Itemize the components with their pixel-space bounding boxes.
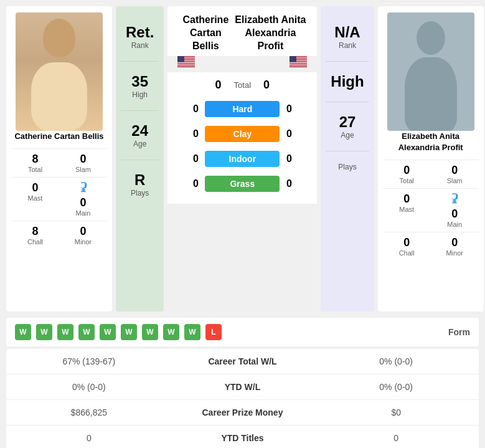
svg-rect-13 [177,65,195,65]
svg-rect-28 [290,65,307,65]
left-player-stats: 8 Total 0 Slam 0 Mast 0 Main 8 [11,148,107,249]
clay-left-score: 0 [186,128,205,140]
left-minor-number: 0 [62,225,105,238]
surface-row-hard: 0 Hard 0 [174,98,311,120]
svg-rect-14 [177,66,195,67]
form-w1: W [15,324,31,340]
prize-money-center: Career Prize Money [172,400,314,426]
indoor-badge: Indoor [205,151,280,167]
left-chall-cell: 8 Chall [11,221,59,249]
form-l1: L [205,324,222,340]
right-age-block: 27 Age [326,102,369,151]
clay-badge: Clay [205,126,280,142]
left-slam-label: Slam [62,166,105,173]
form-w8: W [163,324,179,340]
career-wl-center: Career Total W/L [172,349,314,374]
left-main-label: Main [62,209,105,217]
right-rank-text: N/A [331,24,364,41]
middle-stats-card: Ret. Rank 35 High 24 Age R Plays [116,6,164,312]
form-w9: W [184,324,200,340]
right-total-number: 0 [385,164,428,177]
svg-rect-16 [177,56,184,62]
flag-row [167,56,317,72]
right-chall-number: 0 [385,236,428,249]
top-header: Catherine Cartan Bellis Elizabeth Anita … [167,6,317,56]
plays-letter: R [126,171,154,189]
players-section: Catherine Cartan Bellis 8 Total 0 Slam 0… [6,6,479,312]
svg-rect-25 [290,62,307,63]
hard-badge: Hard [205,101,280,117]
right-player-name: Elizabeth Anita Alexandria Profit [383,131,479,153]
right-trophy-icon [449,193,460,204]
right-player-heading: Elizabeth Anita Alexandria Profit [233,14,307,52]
form-w4: W [78,324,95,340]
right-slam-number: 0 [433,164,476,177]
age-block: 24 Age [121,111,159,160]
high-block: 35 High [121,62,159,111]
main-container: Catherine Cartan Bellis 8 Total 0 Slam 0… [0,0,485,448]
surface-row-indoor: 0 Indoor 0 [174,148,311,170]
right-rank-block: N/A Rank [326,12,369,62]
age-number: 24 [126,122,154,140]
left-slam-number: 0 [62,153,105,166]
stats-table: 67% (139-67) Career Total W/L 0% (0-0) 0… [6,349,479,448]
surface-row-grass: 0 Grass 0 [174,173,311,195]
right-total-cell: 0 Total [383,160,431,188]
plays-label: Plays [126,189,154,198]
svg-rect-26 [290,63,307,64]
svg-rect-0 [82,190,85,191]
right-high-block: High [326,62,369,102]
right-age-label: Age [331,131,364,140]
right-slam-cell: 0 Slam [431,160,479,188]
ytd-titles-center: YTD Titles [172,426,314,449]
form-w6: W [121,324,137,340]
svg-rect-11 [177,63,195,64]
center-wrapper: Catherine Cartan Bellis Elizabeth Anita … [167,6,317,312]
left-slam-cell: 0 Slam [59,148,107,177]
left-total-label: Total [14,166,57,173]
total-row: 0 Total 0 [174,75,311,98]
left-minor-label: Minor [62,238,105,245]
svg-rect-33 [452,203,457,204]
high-label: High [126,90,154,99]
svg-rect-15 [177,67,195,67]
right-player-card: Elizabeth Anita Alexandria Profit 0 Tota… [378,6,484,312]
left-mast-trophy-cell: 0 Main [59,177,107,221]
clay-right-score: 0 [280,128,298,140]
ytd-titles-left: 0 [6,426,172,449]
surface-row-clay: 0 Clay 0 [174,123,311,145]
svg-rect-10 [177,62,195,63]
left-trophy-icon [78,181,89,193]
right-minor-label: Minor [433,249,476,257]
form-section: W W W W W W W W W L Form [6,318,479,346]
indoor-left-score: 0 [186,153,205,164]
right-minor-number: 0 [433,236,476,249]
age-label: Age [126,140,154,148]
plays-block: R Plays [121,160,159,209]
form-w7: W [142,324,158,340]
right-plays-block: Plays [326,151,369,183]
right-main-label: Main [433,221,476,228]
total-label: Total [234,80,251,90]
indoor-right-score: 0 [280,153,298,164]
right-rank-label: Rank [331,41,364,50]
right-main-number: 0 [433,207,476,221]
high-number: 35 [126,73,154,90]
left-chall-number: 8 [14,225,57,238]
left-total-score: 0 [215,79,222,92]
right-flag-icon [290,56,307,67]
form-w5: W [100,324,116,340]
left-player-photo [16,12,103,131]
svg-rect-31 [290,56,296,62]
table-row: 67% (139-67) Career Total W/L 0% (0-0) [6,349,479,374]
right-slam-label: Slam [433,177,476,184]
right-mast-number: 0 [385,193,428,206]
grass-badge: Grass [205,176,280,192]
ytd-titles-right: 0 [313,426,479,449]
grass-left-score: 0 [186,178,205,189]
right-total-score: 0 [263,79,270,92]
left-main-number: 0 [62,196,105,209]
prize-money-left: $866,825 [6,400,172,426]
hard-right-score: 0 [280,103,298,115]
form-w3: W [57,324,73,340]
